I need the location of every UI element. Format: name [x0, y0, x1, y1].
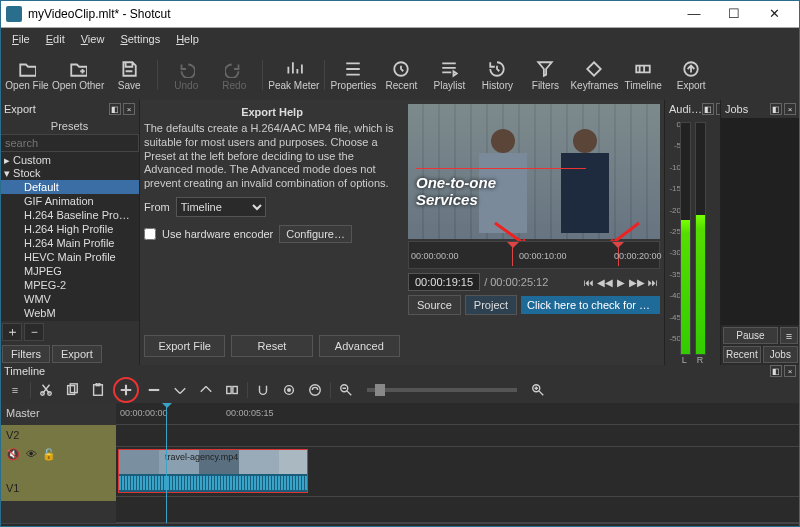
panel-close-icon[interactable]: ×	[784, 103, 796, 115]
preset-item[interactable]: H.264 Baseline Pro…	[0, 208, 139, 222]
history-button[interactable]: History	[474, 53, 520, 97]
open-other-button[interactable]: Open Other	[52, 53, 104, 97]
properties-button[interactable]: Properties	[330, 53, 376, 97]
close-button[interactable]: ✕	[754, 1, 794, 27]
panel-float-icon[interactable]: ◧	[770, 103, 782, 115]
panel-float-icon[interactable]: ◧	[109, 103, 121, 115]
track-master[interactable]	[116, 425, 800, 447]
track-v1[interactable]	[116, 497, 800, 523]
export-file-button[interactable]: Export File	[144, 335, 225, 357]
from-select[interactable]: Timeline	[176, 197, 266, 217]
zoom-slider[interactable]	[367, 388, 517, 392]
preset-item[interactable]: HEVC Main Profile	[0, 250, 139, 264]
peak-meter-button[interactable]: Peak Meter	[268, 53, 319, 97]
panel-close-icon[interactable]: ×	[123, 103, 135, 115]
preset-add-button[interactable]: ＋	[2, 323, 22, 341]
preview-viewport[interactable]: One-to-oneServices	[408, 104, 660, 239]
export-button[interactable]: Export	[668, 53, 714, 97]
configure-button[interactable]: Configure…	[279, 225, 352, 243]
menu-settings[interactable]: Settings	[112, 31, 168, 47]
menu-edit[interactable]: Edit	[38, 31, 73, 47]
cut-icon[interactable]	[35, 380, 57, 400]
keyframes-button[interactable]: Keyframes	[570, 53, 618, 97]
reset-button[interactable]: Reset	[231, 335, 312, 357]
panel-close-icon[interactable]: ×	[784, 365, 796, 377]
jobs-pause-button[interactable]: Pause	[723, 327, 778, 344]
tree-root-custom[interactable]: ▸ Custom	[0, 154, 139, 167]
preset-remove-button[interactable]: －	[24, 323, 44, 341]
open-file-button[interactable]: Open File	[4, 53, 50, 97]
preset-search-input[interactable]	[0, 134, 139, 152]
playhead[interactable]	[166, 403, 167, 523]
copy-icon[interactable]	[61, 380, 83, 400]
timeline-toolbar: ≡	[0, 377, 800, 403]
track-v2-header[interactable]: V2 🔇 👁 🔓	[0, 425, 116, 475]
preset-item[interactable]: MPEG-2	[0, 278, 139, 292]
tl-menu-icon[interactable]: ≡	[4, 380, 26, 400]
redo-button[interactable]: Redo	[211, 53, 257, 97]
rewind-icon[interactable]: ◀◀	[598, 275, 612, 289]
ffwd-icon[interactable]: ▶▶	[630, 275, 644, 289]
tab-jobs[interactable]: Jobs	[763, 346, 798, 363]
play-icon[interactable]: ▶	[614, 275, 628, 289]
preset-item[interactable]: H.264 Main Profile	[0, 236, 139, 250]
paste-icon[interactable]	[87, 380, 109, 400]
preview-ruler[interactable]: 00:00:00:00 00:00:10:00 00:00:20:00	[408, 241, 660, 269]
append-icon[interactable]	[117, 381, 135, 399]
playlist-button[interactable]: Playlist	[426, 53, 472, 97]
timeline-button[interactable]: Timeline	[620, 53, 666, 97]
split-icon[interactable]	[221, 380, 243, 400]
track-v2[interactable]: travel-agency.mp4	[116, 447, 800, 497]
preset-item[interactable]: H.264 High Profile	[0, 222, 139, 236]
tl-ruler-1: 00:00:05:15	[226, 408, 274, 418]
hw-encoder-checkbox[interactable]	[144, 228, 156, 240]
maximize-button[interactable]: ☐	[714, 1, 754, 27]
preset-item[interactable]: GIF Animation	[0, 194, 139, 208]
tab-export[interactable]: Export	[52, 345, 102, 363]
panel-float-icon[interactable]: ◧	[770, 365, 782, 377]
menu-bar[interactable]: File Edit View Settings Help	[0, 28, 800, 50]
filters-button[interactable]: Filters	[522, 53, 568, 97]
panel-float-icon[interactable]: ◧	[702, 103, 714, 115]
preview-overlay-text: One-to-oneServices	[416, 174, 496, 208]
preset-tree[interactable]: ▸ Custom▾ StockDefaultGIF AnimationH.264…	[0, 152, 139, 321]
tab-filters[interactable]: Filters	[2, 345, 50, 363]
mute-icon[interactable]: 🔇	[6, 447, 20, 461]
skip-end-icon[interactable]: ⏭	[646, 275, 660, 289]
menu-file[interactable]: File	[4, 31, 38, 47]
preset-item[interactable]: WMV	[0, 292, 139, 306]
lock-icon[interactable]: 🔓	[42, 447, 56, 461]
lift-icon[interactable]	[169, 380, 191, 400]
clip[interactable]: travel-agency.mp4	[118, 449, 308, 493]
scrub-icon[interactable]	[278, 380, 300, 400]
save-button[interactable]: Save	[106, 53, 152, 97]
zoom-out-icon[interactable]	[335, 380, 357, 400]
tree-root-stock[interactable]: ▾ Stock	[0, 167, 139, 180]
menu-view[interactable]: View	[73, 31, 113, 47]
timeline-hscroll[interactable]	[0, 523, 800, 527]
timecode-current[interactable]: 00:00:19:15	[408, 273, 480, 291]
recent-button[interactable]: Recent	[378, 53, 424, 97]
ripple-icon[interactable]	[304, 380, 326, 400]
menu-help[interactable]: Help	[168, 31, 207, 47]
preset-item[interactable]: WebM	[0, 306, 139, 320]
tab-source[interactable]: Source	[408, 295, 461, 315]
jobs-menu-icon[interactable]: ≡	[780, 327, 798, 344]
overwrite-icon[interactable]	[195, 380, 217, 400]
remove-icon[interactable]	[143, 380, 165, 400]
zoom-in-icon[interactable]	[527, 380, 549, 400]
snap-icon[interactable]	[252, 380, 274, 400]
preset-item[interactable]: MJPEG	[0, 264, 139, 278]
hide-icon[interactable]: 👁	[24, 447, 38, 461]
update-banner[interactable]: Click here to check for a new version.	[521, 296, 660, 314]
preset-item[interactable]: Default	[0, 180, 139, 194]
advanced-button[interactable]: Advanced	[319, 335, 400, 357]
timeline-ruler[interactable]: 00:00:00:00 00:00:05:15	[116, 403, 800, 425]
tab-recent[interactable]: Recent	[723, 346, 761, 363]
track-master-header[interactable]: Master	[0, 403, 116, 425]
track-v1-header[interactable]: V1	[0, 475, 116, 501]
tab-project[interactable]: Project	[465, 295, 517, 315]
skip-start-icon[interactable]: ⏮	[582, 275, 596, 289]
undo-button[interactable]: Undo	[163, 53, 209, 97]
minimize-button[interactable]: —	[674, 1, 714, 27]
